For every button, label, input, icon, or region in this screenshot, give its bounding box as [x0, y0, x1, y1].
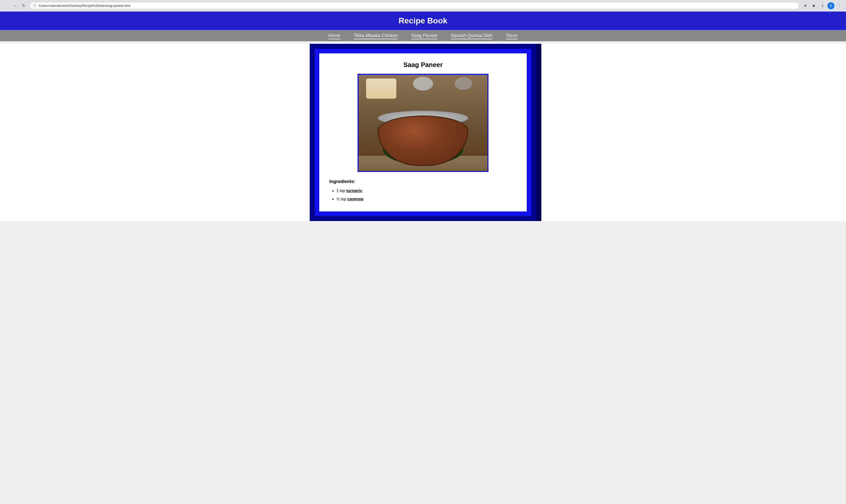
forward-button[interactable]: →: [12, 2, 19, 9]
info-icon: ⓘ: [34, 3, 36, 8]
extensions-button[interactable]: ■: [810, 2, 817, 9]
cayenne-link[interactable]: cayenne: [347, 197, 364, 201]
ingredient-cayenne: ½ tsp cayenne: [336, 196, 517, 203]
back-button[interactable]: ←: [3, 2, 10, 9]
nav-tacos[interactable]: Tacos: [506, 33, 518, 39]
recipe-card: Saag Paneer: [319, 53, 527, 212]
recipe-image: [358, 74, 488, 172]
ingredient-turmeric-text: 1 tsp: [336, 188, 346, 193]
recipe-title: Saag Paneer: [329, 61, 517, 69]
outer-frame: Saag Paneer: [310, 44, 536, 221]
food-illustration: [359, 75, 487, 171]
recipe-image-container: [329, 74, 517, 173]
nav-saag[interactable]: Saag Paneer: [411, 33, 437, 39]
main-nav: Home Tikka Masala Chicken Saag Paneer Sq…: [0, 30, 846, 41]
ingredients-list: 1 tsp turmeric ½ tsp cayenne: [329, 187, 517, 203]
star-button[interactable]: ★: [802, 2, 809, 9]
download-button[interactable]: ⇓: [819, 2, 826, 9]
reload-button[interactable]: ↻: [20, 2, 27, 9]
inner-frame: Saag Paneer: [315, 49, 531, 216]
page-header: Recipe Book: [0, 12, 846, 30]
main-content: Saag Paneer: [0, 44, 846, 221]
address-bar[interactable]: ⓘ /Users/colerutkowski/Desktop/Recipe%20…: [30, 2, 799, 9]
browser-chrome: ← → ↻ ⓘ /Users/colerutkowski/Desktop/Rec…: [0, 0, 846, 12]
main-bowl: [375, 95, 471, 166]
turmeric-link[interactable]: turmeric: [346, 188, 362, 193]
ingredients-section: Ingredients: 1 tsp turmeric ½ tsp cayenn…: [329, 179, 517, 203]
menu-button[interactable]: ⋮: [836, 2, 843, 9]
nav-tikka[interactable]: Tikka Masala Chicken: [354, 33, 398, 39]
site-title: Recipe Book: [4, 16, 842, 25]
toolbar-right: ★ ■ ⇓ C ⋮: [802, 2, 843, 9]
nav-home[interactable]: Home: [328, 33, 340, 39]
nav-buttons: ← → ↻: [3, 2, 27, 9]
ingredient-cayenne-text: ½ tsp: [336, 197, 347, 201]
ingredients-heading: Ingredients:: [329, 179, 517, 184]
nav-squash[interactable]: Squash-Quinoa Dish: [451, 33, 492, 39]
ingredient-turmeric: 1 tsp turmeric: [336, 187, 517, 195]
address-text: /Users/colerutkowski/Desktop/Recipe%20si…: [38, 4, 130, 7]
bg-bowl-center: [413, 77, 433, 91]
avatar-button[interactable]: C: [827, 2, 834, 9]
bg-bowl-right: [455, 77, 472, 90]
